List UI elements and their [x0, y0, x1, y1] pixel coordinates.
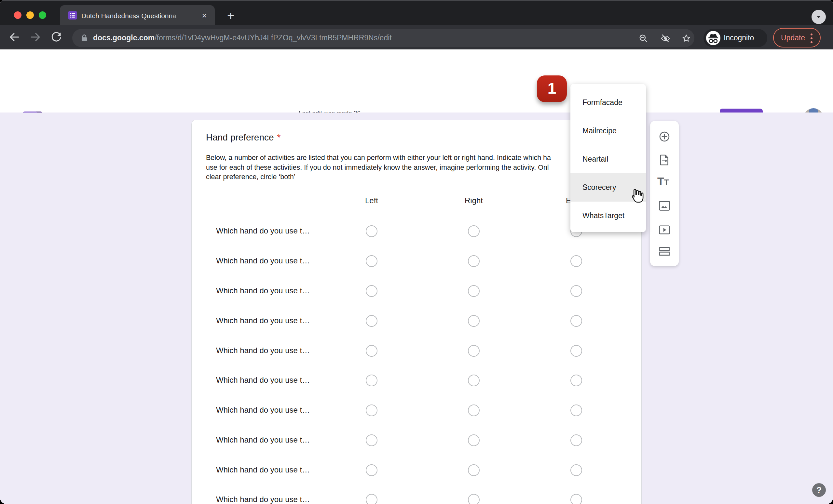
- radio-either[interactable]: [570, 375, 582, 386]
- update-label: Update: [781, 33, 805, 42]
- row-label: Which hand do you use t…: [216, 465, 310, 474]
- browser-window: Dutch Handedness Questionna × + docs.goo…: [0, 0, 833, 504]
- row-label: Which hand do you use t…: [216, 376, 310, 385]
- radio-right[interactable]: [468, 255, 480, 267]
- radio-either[interactable]: [570, 404, 582, 416]
- browser-toolbar: docs.google.com/forms/d/1vD4ywHvgM-e4vUY…: [0, 25, 833, 49]
- row-label: Which hand do you use t…: [216, 226, 310, 235]
- incognito-chip[interactable]: Incognito: [704, 29, 767, 47]
- menu-item-mailrecipe[interactable]: Mailrecipe: [570, 117, 646, 145]
- addons-dropdown-menu: Formfacade Mailrecipe Neartail Scorecery…: [570, 84, 646, 232]
- browser-menu-kebab-icon[interactable]: [810, 33, 813, 44]
- radio-right[interactable]: [468, 345, 480, 357]
- radio-either[interactable]: [570, 285, 582, 297]
- row-label: Which hand do you use t…: [216, 435, 310, 445]
- radio-left[interactable]: [366, 285, 377, 297]
- add-section-icon[interactable]: [658, 245, 671, 258]
- add-image-icon[interactable]: [658, 199, 671, 212]
- radio-right[interactable]: [468, 464, 480, 476]
- reload-icon[interactable]: [50, 30, 63, 44]
- radio-right[interactable]: [468, 285, 480, 297]
- window-close-button[interactable]: [14, 11, 22, 19]
- radio-right[interactable]: [468, 494, 480, 504]
- row-label: Which hand do you use t…: [216, 495, 310, 504]
- tab-strip: Dutch Handedness Questionna × +: [0, 0, 833, 25]
- url-text[interactable]: docs.google.com/forms/d/1vD4ywHvgM-e4vUY…: [93, 33, 392, 42]
- annotation-step-badge: 1: [537, 75, 567, 102]
- row-label: Which hand do you use t…: [216, 316, 310, 325]
- grid-column-right: Right: [441, 196, 506, 205]
- radio-left[interactable]: [366, 464, 377, 476]
- row-label: Which hand do you use t…: [216, 286, 310, 295]
- radio-right[interactable]: [468, 404, 480, 416]
- forms-header: Dutch Handedness Questionnaire (GRID) La…: [0, 49, 833, 112]
- update-button[interactable]: Update: [773, 28, 820, 48]
- radio-left[interactable]: [366, 315, 377, 327]
- radio-left[interactable]: [366, 225, 377, 237]
- bookmark-star-icon[interactable]: [681, 33, 691, 43]
- radio-right[interactable]: [468, 315, 480, 327]
- form-editor-canvas: Hand preference* Below, a number of acti…: [0, 112, 833, 504]
- row-label: Which hand do you use t…: [216, 405, 310, 414]
- zoom-out-icon[interactable]: [638, 33, 648, 43]
- new-tab-button[interactable]: +: [224, 10, 238, 23]
- question-side-toolbar: TT: [650, 121, 679, 266]
- radio-either[interactable]: [570, 464, 582, 476]
- chevron-down-icon[interactable]: [811, 10, 826, 24]
- required-asterisk: *: [277, 132, 281, 143]
- incognito-label: Incognito: [724, 33, 754, 42]
- mouse-cursor-pointer-icon: [628, 187, 645, 204]
- radio-either[interactable]: [570, 255, 582, 267]
- radio-right[interactable]: [468, 225, 480, 237]
- lock-icon: [79, 33, 89, 43]
- help-button[interactable]: ?: [812, 483, 826, 497]
- radio-left[interactable]: [366, 375, 377, 386]
- browser-tab[interactable]: Dutch Handedness Questionna ×: [60, 5, 215, 25]
- radio-left[interactable]: [366, 404, 377, 416]
- radio-either[interactable]: [570, 434, 582, 446]
- grid-column-left: Left: [339, 196, 404, 205]
- radio-either[interactable]: [570, 315, 582, 327]
- question-title[interactable]: Hand preference*: [206, 132, 281, 143]
- radio-left[interactable]: [366, 345, 377, 357]
- menu-item-neartail[interactable]: Neartail: [570, 145, 646, 173]
- menu-item-formfacade[interactable]: Formfacade: [570, 89, 646, 117]
- radio-left[interactable]: [366, 494, 377, 504]
- forms-favicon-icon: [68, 11, 77, 20]
- add-title-description-icon[interactable]: TT: [657, 175, 669, 187]
- radio-either[interactable]: [570, 345, 582, 357]
- url-host: docs.google.com: [93, 33, 154, 42]
- menu-item-whatstarget[interactable]: WhatsTarget: [570, 202, 646, 230]
- radio-either[interactable]: [570, 494, 582, 504]
- window-maximize-button[interactable]: [39, 11, 46, 19]
- eye-off-icon[interactable]: [661, 33, 670, 43]
- radio-right[interactable]: [468, 434, 480, 446]
- incognito-icon: [706, 31, 720, 45]
- forward-icon[interactable]: [29, 30, 42, 44]
- import-questions-icon[interactable]: [658, 153, 671, 167]
- url-bar[interactable]: docs.google.com/forms/d/1vD4ywHvgM-e4vUY…: [72, 29, 694, 47]
- url-path: /forms/d/1vD4ywHvgM-e4vUYhJ4LfPZOq_vlvV3…: [154, 33, 392, 42]
- row-label: Which hand do you use t…: [216, 346, 310, 355]
- window-minimize-button[interactable]: [26, 11, 34, 19]
- back-icon[interactable]: [8, 30, 21, 44]
- radio-left[interactable]: [366, 434, 377, 446]
- tab-title-fade: [169, 10, 190, 25]
- row-label: Which hand do you use t…: [216, 256, 310, 265]
- add-question-icon[interactable]: [658, 130, 671, 143]
- radio-right[interactable]: [468, 375, 480, 386]
- question-title-text: Hand preference: [206, 132, 274, 143]
- add-video-icon[interactable]: [658, 223, 671, 236]
- radio-left[interactable]: [366, 255, 377, 267]
- tab-close-icon[interactable]: ×: [199, 11, 210, 21]
